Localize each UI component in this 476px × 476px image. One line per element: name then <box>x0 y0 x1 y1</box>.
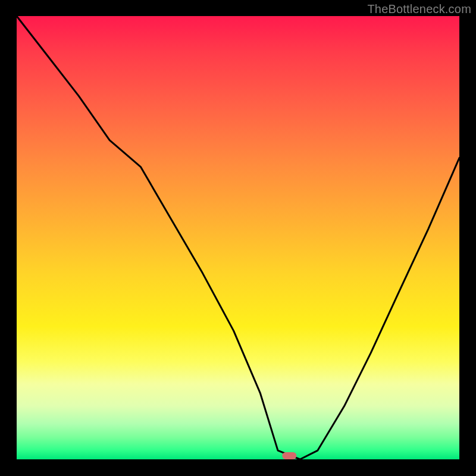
bottleneck-curve <box>17 16 459 459</box>
plot-area <box>17 16 459 459</box>
curve-svg <box>17 16 459 459</box>
optimal-marker <box>282 452 296 459</box>
watermark-text: TheBottleneck.com <box>367 2 471 16</box>
chart-frame: TheBottleneck.com <box>0 0 476 476</box>
